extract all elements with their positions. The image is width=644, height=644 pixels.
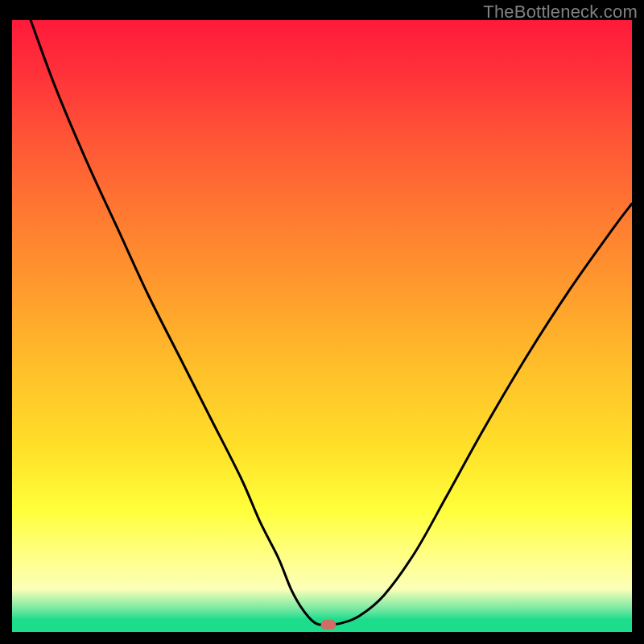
- chart-frame: TheBottleneck.com: [0, 0, 644, 644]
- optimum-marker: [320, 620, 336, 630]
- curve-svg: [12, 20, 632, 632]
- plot-area: [12, 20, 632, 632]
- bottleneck-curve: [31, 20, 632, 625]
